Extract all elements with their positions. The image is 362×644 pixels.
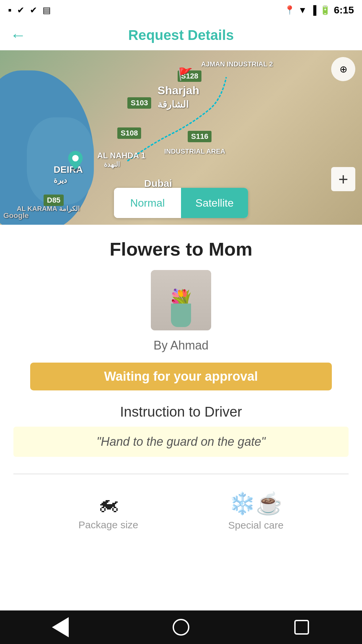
motorcycle-icon: 🏍: [98, 491, 119, 516]
delivery-title: Flowers to Mom: [110, 238, 252, 260]
page-title: Request Details: [128, 27, 234, 43]
nav-home-button[interactable]: [171, 617, 191, 637]
special-care-group: ❄️☕ Special care: [228, 491, 284, 531]
city-label-dubai: Dubai: [144, 178, 172, 189]
city-label-sharjah-ar: الشارقة: [158, 99, 189, 110]
package-label: Package size: [78, 519, 138, 531]
nav-back-button[interactable]: [50, 617, 70, 637]
package-size-group: 🏍 Package size: [78, 491, 138, 531]
google-watermark: Google: [3, 211, 29, 220]
flower-photo: 💐: [151, 270, 211, 330]
map-pin: [67, 151, 84, 172]
road-label-s116: S116: [188, 131, 212, 142]
battery-icon: 🔋: [320, 5, 330, 15]
signal-icon: ▐: [310, 5, 316, 15]
vase-shape: [171, 304, 191, 327]
city-label-industrial2: AJMAN INDUSTRIAL 2: [201, 60, 273, 68]
road-label-d85: D85: [44, 195, 64, 206]
wifi-icon: ▼: [298, 5, 307, 15]
road-label-s103: S103: [127, 97, 151, 109]
map-container[interactable]: S128 S103 S108 S116 D85 Sharjah الشارقة …: [0, 50, 362, 225]
icons-row: 🏍 Package size ❄️☕ Special care: [13, 484, 349, 538]
status-bar-right: 📍 ▼ ▐ 🔋 6:15: [284, 4, 354, 16]
back-button[interactable]: ←: [10, 26, 26, 44]
home-circle-icon: [173, 619, 189, 636]
status-text: Waiting for your approval: [104, 369, 258, 383]
location-icon: 📍: [284, 5, 295, 15]
compass-button[interactable]: ⊕: [331, 57, 355, 81]
time-display: 6:15: [334, 4, 354, 16]
status-bar: ▪ ✔ ✔ ▤ 📍 ▼ ▐ 🔋 6:15: [0, 0, 362, 20]
bottom-nav: [0, 610, 362, 644]
city-label-alnahda-ar: النهدة: [104, 160, 120, 168]
status-bar-left: ▪ ✔ ✔ ▤: [8, 4, 51, 16]
instruction-box: "Hand to the guard on the gate": [13, 427, 349, 457]
map-toggle: Normal Satellite: [114, 188, 248, 218]
compass-icon: ⊕: [340, 64, 347, 75]
special-label: Special care: [228, 520, 284, 531]
svg-point-1: [72, 155, 78, 161]
divider: [13, 474, 349, 474]
map-flag: 🚩: [178, 67, 193, 81]
recent-square-icon: [294, 620, 309, 635]
instruction-text: "Hand to the guard on the gate": [23, 435, 339, 449]
top-nav: ← Request Details: [0, 20, 362, 50]
nav-recent-button[interactable]: [292, 617, 312, 637]
item-image: 💐: [151, 270, 211, 330]
city-label-industrial: INDUSTRIAL AREA: [164, 148, 225, 155]
city-label-alnahda: AL NAHDA 1: [97, 151, 145, 160]
sender-label: By Ahmad: [154, 338, 208, 353]
status-badge: Waiting for your approval: [30, 363, 332, 390]
instructions-title: Instruction to Driver: [120, 404, 242, 420]
zoom-plus-button[interactable]: +: [331, 167, 355, 191]
content-area: Flowers to Mom 💐 By Ahmad Waiting for yo…: [0, 225, 362, 544]
city-label-deira-ar: ديرة: [54, 176, 67, 185]
road-label-s108: S108: [117, 127, 141, 139]
special-care-icons: ❄️☕: [229, 491, 283, 516]
map-toggle-satellite[interactable]: Satellite: [181, 188, 248, 218]
city-label-sharjah: Sharjah: [158, 84, 199, 97]
back-triangle-icon: [52, 617, 69, 637]
map-toggle-normal[interactable]: Normal: [114, 188, 181, 218]
